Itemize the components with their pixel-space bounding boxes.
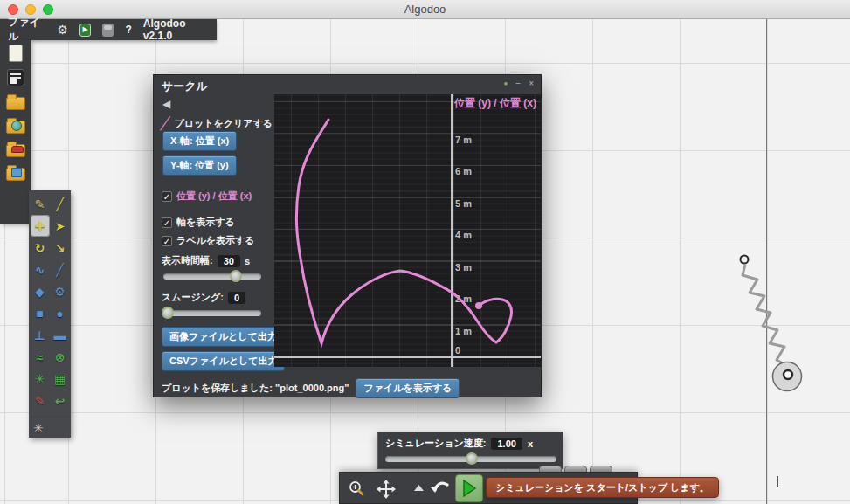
time-span-label: 表示時間幅: — [162, 254, 213, 267]
plot-area: 位置 (y) / 位置 (x) 7 m 6 m 5 m 4 m 3 m 2 m … — [274, 94, 541, 367]
app-menubar: ファイル ⚙ ▶ ? Algodoo v2.1.0 — [0, 19, 217, 40]
play-menu-icon[interactable]: ▶ — [79, 24, 91, 37]
x-axis-button[interactable]: X-軸: 位置 (x) — [162, 131, 237, 151]
bevel-tool[interactable]: ▬ — [51, 324, 70, 346]
clear-plot-button[interactable]: ╱ プロットをクリアする — [162, 116, 273, 130]
smoothing-slider-thumb[interactable] — [162, 307, 174, 319]
show-labels-checkbox: ✓ — [162, 236, 172, 246]
clear-plot-label: プロットをクリアする — [174, 117, 273, 130]
box-tool-icon: ■ — [36, 307, 43, 321]
tracer-tool-row: ✳ — [29, 418, 71, 438]
windows-menu-icon[interactable] — [102, 24, 114, 37]
time-span-slider[interactable] — [163, 273, 261, 280]
series-label: 位置 (y) / 位置 (x) — [176, 190, 252, 203]
show-file-button[interactable]: ファイルを表示する — [356, 378, 460, 398]
spring-tool[interactable]: ≈ — [31, 346, 50, 368]
sketch-tool[interactable]: ✎ — [31, 193, 50, 215]
zoom-window-button[interactable] — [43, 4, 53, 15]
sim-speed-slider-thumb[interactable] — [466, 452, 478, 465]
help-menu[interactable]: ? — [125, 24, 131, 36]
tools-palette: ✎╱✚➤↻↘∿╱◆⚙■●⊥▬≈⊗✳▦✎↩ — [29, 190, 71, 418]
pan-tool-icon[interactable] — [377, 480, 396, 499]
export-image-button[interactable]: 画像ファイルとして出力 — [162, 327, 285, 347]
plot-window: サークル ● − × ◀ ╱ プロットをクリアする X-軸: 位置 (x) Y-… — [153, 74, 542, 397]
knife-tool[interactable]: ╱ — [51, 259, 70, 280]
settings-gear-icon[interactable]: ⚙ — [57, 23, 68, 37]
spring-coil[interactable] — [743, 265, 785, 365]
play-icon — [461, 480, 477, 497]
cursor-mark — [777, 476, 778, 487]
minimize-window-button[interactable] — [25, 4, 36, 15]
play-button-tooltip: シミュレーションを スタート/ストップ します。 — [486, 477, 719, 498]
sim-speed-label: シミュレーション速度: — [385, 437, 486, 450]
show-labels-label: ラベルを表示する — [176, 234, 255, 247]
fixate-tool[interactable]: ⊗ — [51, 346, 70, 368]
brush-tool[interactable]: ∿ — [31, 259, 50, 280]
sim-speed-value[interactable]: 1.00 — [491, 438, 522, 450]
spring-anchor[interactable] — [741, 256, 749, 264]
cut-tool[interactable]: ╱ — [51, 193, 70, 215]
time-span-slider-thumb[interactable] — [230, 270, 242, 282]
plot-window-title: サークル — [162, 79, 208, 94]
play-button[interactable] — [455, 474, 483, 502]
axle-tool-icon: ✳ — [35, 372, 45, 386]
csv-folder-icon[interactable] — [6, 168, 25, 181]
minimize-icon[interactable]: − — [515, 79, 521, 88]
smoothing-value[interactable]: 0 — [228, 292, 245, 304]
app-version-label: Algodoo v2.1.0 — [143, 17, 209, 42]
pen-tool[interactable]: ✎ — [31, 390, 50, 411]
brush-tool-icon: ∿ — [35, 263, 45, 277]
file-toolbar — [0, 40, 31, 224]
show-axes-checkbox-row[interactable]: ✓ 軸を表示する — [162, 216, 235, 229]
axle-tool[interactable]: ✳ — [31, 368, 50, 390]
knife-tool-icon: ╱ — [56, 263, 63, 277]
sim-speed-slider[interactable] — [385, 456, 556, 462]
box-tool[interactable]: ■ — [31, 302, 50, 324]
close-window-button[interactable] — [8, 4, 18, 15]
move-tool[interactable]: ✚ — [31, 215, 50, 237]
car-icon — [11, 146, 24, 153]
drag-tool[interactable]: ➤ — [51, 215, 70, 237]
sketch-tool-icon: ✎ — [35, 197, 45, 211]
plane-tool[interactable]: ⊥ — [31, 324, 50, 346]
curve-path — [296, 120, 511, 343]
scale-tool[interactable]: ↘ — [51, 237, 70, 259]
show-axes-label: 軸を表示する — [176, 216, 235, 229]
expand-arrow-icon[interactable] — [414, 485, 424, 492]
new-document-icon[interactable] — [9, 45, 23, 62]
y-axis-button[interactable]: Y-軸: 位置 (y) — [162, 155, 237, 176]
export-csv-button[interactable]: CSVファイルとして出力 — [162, 351, 285, 371]
circle-tool-icon: ● — [56, 307, 63, 321]
ball-axle[interactable] — [784, 370, 792, 379]
texture-tool[interactable]: ▦ — [51, 368, 70, 390]
smoothing-slider[interactable] — [163, 310, 261, 316]
show-labels-checkbox-row[interactable]: ✓ ラベルを表示する — [162, 234, 255, 247]
back-button[interactable]: ◀ — [162, 98, 170, 110]
open-folder-icon[interactable] — [6, 97, 25, 110]
pencil-icon: ╱ — [161, 116, 170, 130]
components-folder-icon[interactable] — [6, 144, 25, 157]
tracer-tool-icon: ✳ — [33, 421, 44, 435]
globe-icon — [11, 121, 22, 131]
spring-tool-icon: ≈ — [37, 350, 44, 364]
cut-tool-icon: ╱ — [56, 197, 63, 211]
close-icon[interactable]: × — [529, 79, 534, 88]
move-tool-icon: ✚ — [35, 219, 45, 233]
spring-object[interactable] — [715, 243, 837, 400]
rotate-tool[interactable]: ↻ — [31, 237, 50, 259]
tracer-tool[interactable]: ✳ — [33, 421, 44, 435]
pin-icon[interactable]: ● — [503, 79, 508, 88]
save-scene-icon[interactable] — [7, 69, 24, 86]
rope-tool[interactable]: ↩ — [51, 390, 70, 411]
undo-icon[interactable] — [430, 480, 452, 498]
series-checkbox-row[interactable]: ✓ 位置 (y) / 位置 (x) — [162, 190, 252, 203]
gear-tool[interactable]: ⚙ — [51, 280, 70, 302]
rotate-tool-icon: ↻ — [35, 241, 45, 255]
circle-tool[interactable]: ● — [51, 302, 70, 324]
zoom-tool-icon[interactable] — [348, 480, 365, 497]
time-span-value[interactable]: 30 — [218, 255, 240, 267]
polygon-tool[interactable]: ◆ — [31, 280, 50, 302]
scenes-folder-icon[interactable] — [6, 121, 25, 134]
pen-tool-icon: ✎ — [35, 394, 45, 408]
plot-saved-status: プロットを保存しました: "plot_0000.png" — [162, 382, 349, 395]
